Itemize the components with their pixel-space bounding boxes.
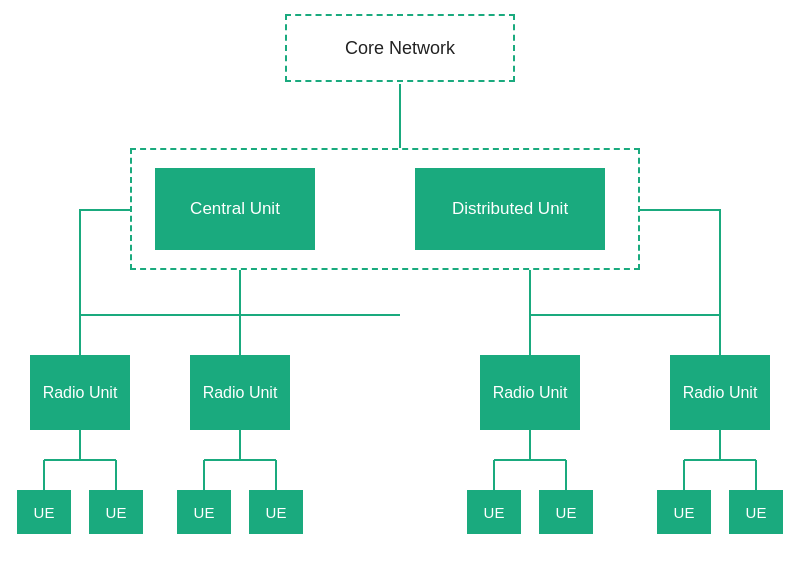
core-network-node: Core Network xyxy=(285,14,515,82)
radio-unit-1-node: Radio Unit xyxy=(30,355,130,430)
ue-5-label: UE xyxy=(484,504,505,521)
ue-8-node: UE xyxy=(729,490,783,534)
ue-2-label: UE xyxy=(106,504,127,521)
radio-unit-1-label: Radio Unit xyxy=(43,384,118,402)
ue-4-label: UE xyxy=(266,504,287,521)
ue-5-node: UE xyxy=(467,490,521,534)
ue-2-node: UE xyxy=(89,490,143,534)
central-unit-node: Central Unit xyxy=(155,168,315,250)
ue-3-node: UE xyxy=(177,490,231,534)
ue-4-node: UE xyxy=(249,490,303,534)
ue-6-node: UE xyxy=(539,490,593,534)
ue-6-label: UE xyxy=(556,504,577,521)
radio-unit-2-node: Radio Unit xyxy=(190,355,290,430)
core-network-label: Core Network xyxy=(345,38,455,59)
radio-unit-3-node: Radio Unit xyxy=(480,355,580,430)
network-diagram: Core Network Central Unit Distributed Un… xyxy=(0,0,800,585)
ue-8-label: UE xyxy=(746,504,767,521)
ue-1-label: UE xyxy=(34,504,55,521)
central-unit-label: Central Unit xyxy=(190,199,280,219)
ue-7-label: UE xyxy=(674,504,695,521)
distributed-unit-label: Distributed Unit xyxy=(452,199,568,219)
distributed-unit-node: Distributed Unit xyxy=(415,168,605,250)
radio-unit-4-label: Radio Unit xyxy=(683,384,758,402)
radio-unit-3-label: Radio Unit xyxy=(493,384,568,402)
ue-1-node: UE xyxy=(17,490,71,534)
ue-3-label: UE xyxy=(194,504,215,521)
ue-7-node: UE xyxy=(657,490,711,534)
radio-unit-4-node: Radio Unit xyxy=(670,355,770,430)
radio-unit-2-label: Radio Unit xyxy=(203,384,278,402)
